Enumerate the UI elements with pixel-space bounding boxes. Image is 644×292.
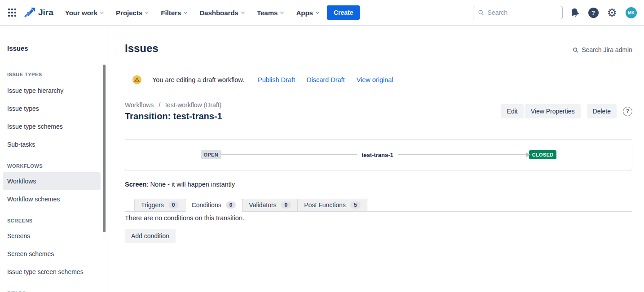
jira-admin-screen: Jira Your work Projects Filters Dashboar… bbox=[0, 0, 644, 292]
transition-line bbox=[221, 154, 357, 155]
tab-conditions[interactable]: Conditions 0 bbox=[185, 199, 243, 212]
help-icon[interactable]: ? bbox=[588, 8, 599, 18]
transition-tabs: Triggers 0 Conditions 0 Validators 0 Pos… bbox=[125, 199, 632, 212]
transition-label: test-trans-1 bbox=[362, 152, 393, 158]
chevron-down-icon bbox=[316, 10, 319, 13]
sidebar-item-sub-tasks[interactable]: Sub-tasks bbox=[0, 135, 107, 153]
nav-your-work[interactable]: Your work bbox=[65, 9, 103, 17]
sidebar-item-issue-types[interactable]: Issue types bbox=[0, 100, 107, 118]
transition-arrow-line bbox=[398, 154, 527, 155]
draft-banner-message: You are editing a draft workflow. bbox=[152, 76, 244, 83]
grid-icon bbox=[8, 9, 16, 17]
tab-triggers[interactable]: Triggers 0 bbox=[134, 199, 185, 211]
chevron-down-icon bbox=[241, 10, 245, 13]
search-icon bbox=[573, 47, 578, 53]
global-search-input[interactable] bbox=[488, 9, 555, 16]
publish-draft-link[interactable]: Publish Draft bbox=[258, 76, 295, 83]
delete-button[interactable]: Delete bbox=[587, 104, 617, 118]
nav-apps[interactable]: Apps bbox=[296, 9, 319, 17]
view-properties-button[interactable]: View Properties bbox=[525, 104, 581, 118]
search-icon bbox=[478, 9, 484, 16]
tab-post-functions[interactable]: Post Functions 5 bbox=[297, 199, 367, 211]
sidebar-item-workflow-schemes[interactable]: Workflow schemes bbox=[0, 190, 107, 208]
view-original-link[interactable]: View original bbox=[357, 76, 393, 83]
sidebar-section-workflows: WORKFLOWS bbox=[0, 163, 107, 169]
tab-validators[interactable]: Validators 0 bbox=[242, 199, 298, 211]
sidebar-section-screens: SCREENS bbox=[0, 218, 107, 223]
breadcrumb-separator: / bbox=[159, 101, 160, 109]
user-avatar[interactable]: MK bbox=[626, 7, 637, 18]
screen-info-label: Screen bbox=[125, 181, 146, 188]
status-closed-badge: CLOSED bbox=[529, 150, 557, 159]
admin-sidebar: Issues ISSUE TYPES Issue type hierarchy … bbox=[0, 26, 107, 292]
sidebar-title: Issues bbox=[0, 44, 107, 52]
create-button[interactable]: Create bbox=[327, 5, 360, 20]
conditions-count-badge: 0 bbox=[226, 201, 236, 209]
edit-button[interactable]: Edit bbox=[501, 104, 524, 118]
add-condition-button[interactable]: Add condition bbox=[125, 229, 176, 243]
jira-logo-icon bbox=[24, 7, 35, 18]
breadcrumb: Workflows / test-workflow (Draft) bbox=[125, 101, 222, 109]
topbar-icons: ? ⚙ MK bbox=[570, 7, 637, 18]
draft-banner: You are editing a draft workflow. Publis… bbox=[125, 75, 632, 84]
nav-teams[interactable]: Teams bbox=[257, 9, 283, 17]
main-navigation: Your work Projects Filters Dashboards Te… bbox=[65, 9, 319, 17]
triggers-count-badge: 0 bbox=[168, 201, 179, 209]
page-title: Issues bbox=[125, 42, 159, 55]
sidebar-item-issue-type-screen-schemes[interactable]: Issue type screen schemes bbox=[0, 263, 107, 281]
search-jira-admin-link[interactable]: Search Jira admin bbox=[573, 46, 632, 53]
sidebar-item-workflows[interactable]: Workflows bbox=[3, 172, 101, 190]
jira-logo-text: Jira bbox=[38, 8, 53, 17]
global-search-box[interactable] bbox=[473, 6, 563, 19]
screen-info-value: : None - it will happen instantly bbox=[146, 181, 235, 188]
status-open-badge: OPEN bbox=[201, 150, 221, 159]
help-icon[interactable]: ? bbox=[623, 107, 632, 116]
validators-count-badge: 0 bbox=[281, 201, 291, 209]
sidebar-scrollbar[interactable] bbox=[103, 65, 106, 232]
screen-info: Screen: None - it will happen instantly bbox=[125, 181, 632, 188]
discard-draft-link[interactable]: Discard Draft bbox=[307, 76, 345, 83]
nav-projects[interactable]: Projects bbox=[116, 9, 148, 17]
empty-conditions-message: There are no conditions on this transiti… bbox=[125, 214, 632, 222]
nav-dashboards[interactable]: Dashboards bbox=[199, 9, 244, 17]
sidebar-item-screen-schemes[interactable]: Screen schemes bbox=[0, 245, 107, 263]
jira-logo[interactable]: Jira bbox=[24, 7, 53, 18]
top-navigation-bar: Jira Your work Projects Filters Dashboar… bbox=[0, 0, 644, 26]
warning-icon bbox=[132, 75, 141, 84]
chevron-down-icon bbox=[100, 10, 104, 13]
notifications-bell-icon[interactable] bbox=[570, 8, 580, 17]
post-functions-count-badge: 5 bbox=[350, 201, 361, 209]
app-switcher-icon[interactable] bbox=[8, 9, 16, 17]
transition-diagram: OPEN test-trans-1 CLOSED bbox=[125, 139, 632, 170]
sidebar-item-screens[interactable]: Screens bbox=[0, 227, 107, 245]
sidebar-item-issue-type-hierarchy[interactable]: Issue type hierarchy bbox=[0, 82, 107, 100]
sidebar-item-issue-type-schemes[interactable]: Issue type schemes bbox=[0, 118, 107, 135]
chevron-down-icon bbox=[184, 10, 187, 13]
chevron-down-icon bbox=[280, 10, 284, 13]
breadcrumb-current: test-workflow (Draft) bbox=[165, 101, 221, 109]
chevron-down-icon bbox=[145, 10, 149, 13]
sidebar-section-issue-types: ISSUE TYPES bbox=[0, 72, 107, 77]
nav-filters[interactable]: Filters bbox=[161, 9, 187, 17]
breadcrumb-workflows-link[interactable]: Workflows bbox=[125, 101, 154, 109]
main-content: Issues Search Jira admin You are editing… bbox=[107, 26, 644, 292]
transition-actions: Edit View Properties Delete ? bbox=[501, 104, 632, 118]
settings-gear-icon[interactable]: ⚙ bbox=[607, 8, 617, 18]
transition-title: Transition: test-trans-1 bbox=[125, 111, 222, 122]
